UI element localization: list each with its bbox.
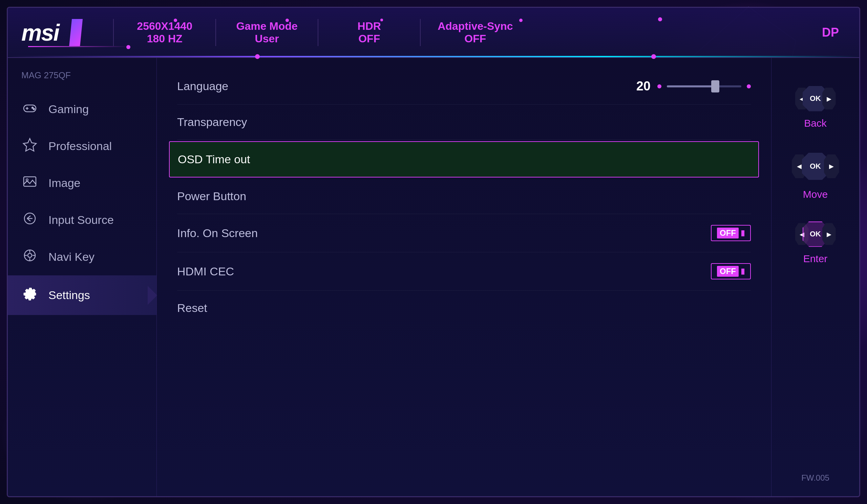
sidebar-item-professional[interactable]: Professional xyxy=(8,128,157,164)
language-label: Language xyxy=(177,79,636,93)
logo-accent xyxy=(69,19,83,46)
header-adaptive-line1: Adaptive-Sync xyxy=(438,20,513,33)
sidebar-item-navi[interactable]: Navi Key xyxy=(8,238,157,275)
sidebar-image-label: Image xyxy=(49,176,81,190)
header-res-line1: 2560X1440 xyxy=(131,20,199,33)
monitor-frame: msi 2560X1440 180 HZ Game Mode User HDR … xyxy=(7,7,860,497)
gamepad-icon xyxy=(21,100,38,118)
header-divider-3 xyxy=(318,19,318,46)
sidebar-item-gaming[interactable]: Gaming xyxy=(8,91,157,128)
sidebar-gaming-label: Gaming xyxy=(49,103,89,116)
header-stat-gamemode: Game Mode User xyxy=(233,20,301,45)
header-stat-adaptive: Adaptive-Sync OFF xyxy=(438,20,513,45)
back-right-arrow[interactable]: ▶ xyxy=(822,88,836,110)
svg-point-18 xyxy=(28,253,32,257)
transparency-label: Transparency xyxy=(177,116,751,129)
reset-label: Reset xyxy=(177,301,751,315)
sidebar-navi-label: Navi Key xyxy=(49,250,95,264)
header-pink-line-left xyxy=(28,46,130,47)
back-label: Back xyxy=(804,118,827,129)
dot-left-bottom xyxy=(126,45,130,49)
dot-progress-right xyxy=(651,54,656,59)
logo-msi: msi xyxy=(21,19,59,46)
hdmi-label: HDMI CEC xyxy=(177,265,711,278)
info-toggle[interactable]: OFF ▮ xyxy=(711,225,751,241)
enter-label: Enter xyxy=(803,253,828,265)
image-svg xyxy=(22,174,37,189)
dot-1 xyxy=(174,19,177,22)
star-icon xyxy=(21,137,38,155)
move-label: Move xyxy=(803,189,828,200)
header-right: DP xyxy=(822,25,859,40)
sidebar-item-input[interactable]: Input Source xyxy=(8,202,157,238)
move-control[interactable]: ◀ OK ▶ Move xyxy=(792,149,839,200)
slider-dot-left xyxy=(657,84,661,88)
dot-4 xyxy=(519,19,523,22)
setting-row-hdmi[interactable]: HDMI CEC OFF ▮ xyxy=(177,252,751,291)
info-label: Info. On Screen xyxy=(177,227,711,240)
content-area: MAG 275QF Gaming xyxy=(8,58,859,496)
logo-area: msi xyxy=(8,19,96,46)
dot-progress-left xyxy=(255,54,260,59)
info-toggle-bar: ▮ xyxy=(741,229,745,237)
setting-row-language[interactable]: Language 20 xyxy=(177,68,751,105)
hdmi-toggle-off: OFF xyxy=(717,266,739,277)
header-hdr-line2: OFF xyxy=(335,33,403,45)
hdmi-toggle[interactable]: OFF ▮ xyxy=(711,263,751,279)
image-icon xyxy=(21,174,38,192)
setting-row-osd[interactable]: OSD Time out xyxy=(169,141,759,178)
header-connection: DP xyxy=(822,25,839,40)
slider-thumb[interactable] xyxy=(711,80,719,93)
language-slider[interactable] xyxy=(657,84,751,88)
header-res-line2: 180 HZ xyxy=(131,33,199,45)
svg-marker-12 xyxy=(23,139,36,151)
move-right-arrow[interactable]: ▶ xyxy=(824,154,839,178)
header-adaptive-line2: OFF xyxy=(438,33,513,45)
controls-panel: ◀ OK ▶ Back ◀ OK ▶ xyxy=(771,58,859,496)
osd-label: OSD Time out xyxy=(178,153,750,166)
header-gamemode-line1: Game Mode xyxy=(233,20,301,33)
sidebar-item-settings[interactable]: Settings xyxy=(8,275,157,315)
info-toggle-off: OFF xyxy=(717,228,739,238)
header-divider-2 xyxy=(215,19,216,46)
enter-right-arrow[interactable]: ▶ xyxy=(822,223,836,245)
slider-track[interactable] xyxy=(667,85,741,87)
dot-5 xyxy=(658,17,662,21)
sidebar-input-label: Input Source xyxy=(49,213,114,227)
svg-point-11 xyxy=(33,108,34,110)
sidebar: MAG 275QF Gaming xyxy=(8,58,157,496)
setting-row-transparency[interactable]: Transparency xyxy=(177,105,751,140)
dot-2 xyxy=(286,19,289,22)
sidebar-professional-label: Professional xyxy=(49,140,112,153)
slider-fill xyxy=(667,85,715,87)
fw-version: FW.005 xyxy=(801,473,829,483)
setting-row-reset[interactable]: Reset xyxy=(177,291,751,325)
input-icon xyxy=(21,211,38,229)
settings-icon xyxy=(21,285,38,305)
navi-svg xyxy=(22,248,37,263)
header-progress-line xyxy=(8,56,859,57)
header-divider-4 xyxy=(420,19,421,46)
back-control[interactable]: ◀ OK ▶ Back xyxy=(795,85,836,129)
sidebar-item-image[interactable]: Image xyxy=(8,164,157,202)
star-svg xyxy=(22,137,37,152)
back-btn-container: ◀ OK ▶ xyxy=(795,85,836,112)
header-stat-resolution: 2560X1440 180 HZ xyxy=(131,20,199,45)
header: msi 2560X1440 180 HZ Game Mode User HDR … xyxy=(8,8,859,58)
hdmi-toggle-bar: ▮ xyxy=(741,267,745,276)
slider-dot-right xyxy=(747,84,751,88)
input-svg xyxy=(22,211,37,226)
setting-row-info[interactable]: Info. On Screen OFF ▮ xyxy=(177,214,751,252)
move-btn-container: ◀ OK ▶ xyxy=(792,149,839,183)
language-value: 20 xyxy=(636,79,651,94)
settings-gear-svg xyxy=(21,285,39,302)
dot-3 xyxy=(380,19,383,21)
setting-row-power[interactable]: Power Button xyxy=(177,179,751,214)
gamepad-svg xyxy=(22,100,37,115)
enter-btn-container: ◀ OK ▶ xyxy=(795,221,836,248)
header-stat-hdr: HDR OFF xyxy=(335,20,403,45)
settings-panel: Language 20 Transparency OSD Time out xyxy=(157,58,771,496)
power-label: Power Button xyxy=(177,190,751,203)
header-hdr-line1: HDR xyxy=(335,20,403,33)
enter-control[interactable]: ◀ OK ▶ Enter xyxy=(795,221,836,265)
